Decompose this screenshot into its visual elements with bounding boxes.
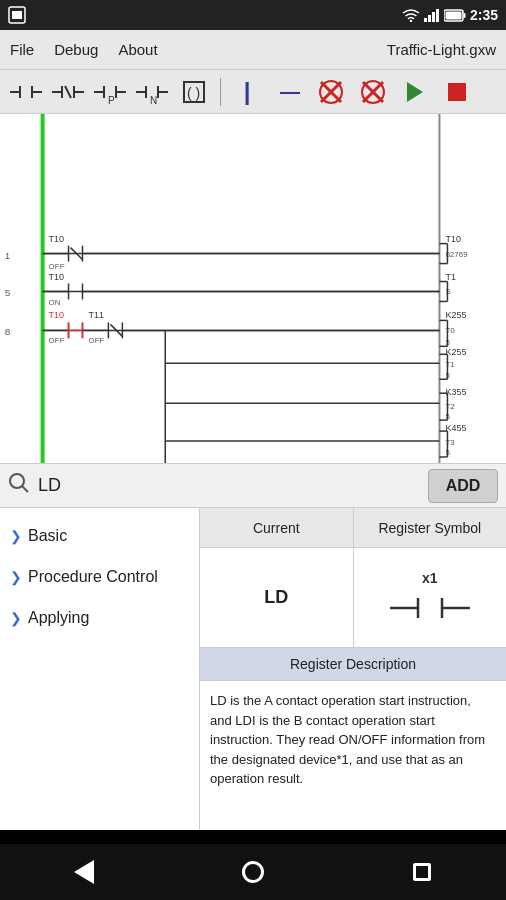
toolbar: P N ( ) | — <box>0 70 506 114</box>
recent-apps-button[interactable] <box>397 852 447 892</box>
svg-rect-8 <box>463 13 465 18</box>
register-symbol-header: Register Symbol <box>354 508 507 547</box>
search-icon <box>8 472 30 499</box>
back-icon <box>74 860 94 884</box>
toolbar-divider-1 <box>220 78 221 106</box>
svg-text:8: 8 <box>5 326 11 337</box>
svg-point-139 <box>10 474 24 488</box>
svg-text:T10: T10 <box>49 272 64 282</box>
recent-apps-icon <box>413 863 431 881</box>
svg-text:OFF: OFF <box>49 336 65 345</box>
svg-rect-5 <box>432 12 435 22</box>
normally-closed-contact-btn[interactable] <box>50 75 86 109</box>
play-btn[interactable] <box>397 75 433 109</box>
contact-symbol-svg <box>390 590 470 626</box>
svg-text:T10: T10 <box>445 234 460 244</box>
negative-transition-btn[interactable]: N <box>134 75 170 109</box>
delete-btn2[interactable] <box>355 75 391 109</box>
sidebar-basic-label: Basic <box>28 526 67 547</box>
svg-text:( ): ( ) <box>187 85 200 101</box>
svg-text:T10: T10 <box>49 310 64 320</box>
svg-text:K455: K455 <box>445 423 466 433</box>
sidebar: ❯ Basic ❯ Procedure Control ❯ Applying <box>0 508 200 830</box>
svg-text:K255: K255 <box>445 310 466 320</box>
delete-btn1[interactable] <box>313 75 349 109</box>
svg-text:5: 5 <box>5 287 11 298</box>
register-desc-text: LD is the A contact operation start inst… <box>200 681 506 799</box>
search-bar: ADD <box>0 464 506 508</box>
svg-text:T10: T10 <box>49 234 64 244</box>
svg-text:K355: K355 <box>445 387 466 397</box>
home-button[interactable] <box>228 852 278 892</box>
register-symbol-cell: x1 <box>354 548 507 647</box>
current-value: LD <box>264 587 288 608</box>
wifi-icon <box>402 8 420 22</box>
menu-debug[interactable]: Debug <box>54 41 98 58</box>
menu-about[interactable]: About <box>118 41 157 58</box>
svg-text:02769: 02769 <box>445 250 468 259</box>
sidebar-applying-label: Applying <box>28 608 89 629</box>
content-header: Current Register Symbol <box>200 508 506 548</box>
current-value-cell: LD <box>200 548 354 647</box>
menu-bar: File Debug About Traffic-Light.gxw <box>0 30 506 70</box>
back-button[interactable] <box>59 852 109 892</box>
svg-line-18 <box>65 86 71 98</box>
register-desc-header: Register Description <box>200 648 506 681</box>
sidebar-item-applying[interactable]: ❯ Applying <box>0 598 199 639</box>
search-input[interactable] <box>38 470 420 502</box>
symbol-row: LD x1 <box>200 548 506 648</box>
status-left <box>8 6 26 24</box>
svg-line-140 <box>22 486 28 492</box>
svg-text:P: P <box>108 95 115 106</box>
svg-text:T11: T11 <box>88 310 103 320</box>
svg-text:N: N <box>150 95 157 106</box>
chevron-right-icon: ❯ <box>10 528 22 544</box>
bottom-panel: ❯ Basic ❯ Procedure Control ❯ Applying C… <box>0 508 506 830</box>
navigation-bar <box>0 844 506 900</box>
ld-symbol-graphic: x1 <box>390 570 470 626</box>
sim-icon <box>8 6 26 24</box>
svg-rect-38 <box>448 83 466 101</box>
svg-marker-37 <box>407 82 423 102</box>
symbol-x1-label: x1 <box>422 570 438 586</box>
svg-text:1: 1 <box>5 250 11 261</box>
status-right: 2:35 <box>402 7 498 23</box>
svg-text:OFF: OFF <box>49 262 65 271</box>
stop-btn[interactable] <box>439 75 475 109</box>
svg-rect-3 <box>424 18 427 22</box>
sidebar-item-procedure-control[interactable]: ❯ Procedure Control <box>0 557 199 598</box>
home-icon <box>242 861 264 883</box>
svg-point-2 <box>410 20 412 22</box>
status-bar: 2:35 <box>0 0 506 30</box>
svg-rect-9 <box>445 11 461 19</box>
svg-rect-4 <box>428 15 431 22</box>
horizontal-line-btn[interactable]: — <box>271 75 307 109</box>
content-area: Current Register Symbol LD x1 <box>200 508 506 830</box>
positive-transition-btn[interactable]: P <box>92 75 128 109</box>
svg-rect-1 <box>12 11 22 19</box>
signal-icon <box>424 8 440 22</box>
menu-file[interactable]: File <box>10 41 34 58</box>
vertical-line-btn[interactable]: | <box>229 75 265 109</box>
menu-title: Traffic-Light.gxw <box>387 41 496 58</box>
time-display: 2:35 <box>470 7 498 23</box>
svg-rect-6 <box>436 9 439 22</box>
normally-open-contact-btn[interactable] <box>8 75 44 109</box>
svg-text:ON: ON <box>49 298 61 307</box>
svg-text:T1: T1 <box>445 272 455 282</box>
current-header: Current <box>200 508 354 547</box>
add-button[interactable]: ADD <box>428 469 498 503</box>
ladder-diagram: 1 T10 OFF T10 02769 5 T10 ON T1 S 8 <box>0 114 506 464</box>
svg-text:OFF: OFF <box>88 336 104 345</box>
battery-icon <box>444 9 466 22</box>
function-block-btn[interactable]: ( ) <box>176 75 212 109</box>
sidebar-item-basic[interactable]: ❯ Basic <box>0 516 199 557</box>
svg-text:K255: K255 <box>445 347 466 357</box>
chevron-right-icon-3: ❯ <box>10 610 22 626</box>
sidebar-procedure-label: Procedure Control <box>28 567 158 588</box>
chevron-right-icon-2: ❯ <box>10 569 22 585</box>
